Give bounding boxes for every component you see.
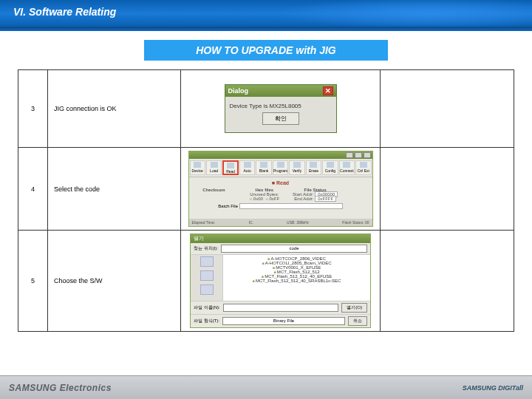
header-decoration bbox=[148, 0, 532, 27]
dialog-message: Device Type is MX25L8005 bbox=[230, 103, 332, 109]
footer-left: SAMSUNG Electronics bbox=[9, 383, 112, 393]
section-ribbon: HOW TO UPGRADE with JIG bbox=[144, 40, 388, 61]
tb-erase[interactable]: Erase bbox=[306, 160, 321, 175]
sidebar-recent-icon[interactable] bbox=[192, 256, 221, 267]
opt-0x00[interactable]: 0x00 bbox=[253, 197, 263, 201]
file-dialog-title: 열기 bbox=[191, 234, 370, 243]
step-note bbox=[381, 148, 514, 231]
step-desc: JIG connection is OK bbox=[48, 70, 181, 148]
toolbar: Device Load Read Auto Blank Program Veri… bbox=[189, 159, 372, 177]
read-tab-label: Read bbox=[276, 180, 289, 185]
file-list: A-HOTCOCP_2806_VIDEC A-HOTCOLI_2805_Bcam… bbox=[223, 255, 370, 301]
filetype-label: 파일 형식(T): bbox=[194, 318, 219, 324]
end-value: 0xFFFF bbox=[315, 196, 336, 202]
batch-label: Batch File bbox=[218, 204, 238, 208]
maximize-icon[interactable] bbox=[355, 152, 362, 158]
tb-load[interactable]: Load bbox=[206, 160, 222, 175]
opt-0xff[interactable]: 0xFF bbox=[269, 197, 279, 201]
batch-field[interactable] bbox=[239, 203, 343, 209]
table-row: 4 Select the code Device Load Read Auto … bbox=[18, 148, 514, 231]
step-number: 5 bbox=[18, 231, 48, 332]
checksum-label: Checksum bbox=[202, 188, 225, 192]
file-dialog-bottom: 파일 이름(N): 열기(O) bbox=[191, 301, 370, 314]
step-image: Device Load Read Auto Blank Program Veri… bbox=[181, 148, 381, 231]
filename-label: 파일 이름(N): bbox=[194, 304, 220, 311]
footer-right: SAMSUNG DIGITall bbox=[463, 384, 523, 392]
list-item[interactable]: MCT_Flash_512_512_40_SRASBL1x-SEC bbox=[225, 279, 369, 283]
dialog-body: Device Type is MX25L8005 확인 bbox=[225, 97, 336, 132]
step-number: 4 bbox=[18, 148, 48, 231]
stat-usb: USB: 398kHz bbox=[287, 220, 309, 225]
close-icon[interactable] bbox=[364, 152, 371, 158]
step-desc: Choose the S/W bbox=[48, 231, 181, 332]
close-icon[interactable]: ✕ bbox=[323, 86, 333, 95]
app-titlebar bbox=[189, 151, 372, 159]
tb-connect[interactable]: Connect bbox=[339, 160, 355, 175]
step-image: Dialog ✕ Device Type is MX25L8005 확인 bbox=[181, 70, 381, 148]
tb-program[interactable]: Program bbox=[273, 160, 288, 175]
step-image: 열기 찾는 위치(I): code A-HOTCOCP_2806_VIDEC bbox=[181, 231, 381, 332]
filetype-select[interactable]: Binary File bbox=[222, 317, 345, 325]
table-row: 5 Choose the S/W 열기 찾는 위치(I): code bbox=[18, 231, 514, 332]
stat-flash: Flash Status: 00 bbox=[342, 220, 369, 225]
slide-footer: SAMSUNG Electronics SAMSUNG DIGITall bbox=[0, 375, 532, 399]
dialog-title: Dialog bbox=[228, 87, 249, 95]
tb-read[interactable]: Read bbox=[222, 160, 239, 175]
slide-content: HOW TO UPGRADE with JIG 3 JIG connection… bbox=[0, 31, 532, 364]
tb-verify[interactable]: Verify bbox=[289, 160, 304, 175]
open-button[interactable]: 열기(O) bbox=[341, 303, 367, 313]
file-dialog-sidebar bbox=[191, 255, 223, 301]
statusbar: Elapsed Time: IC: USB: 398kHz Flash Stat… bbox=[189, 219, 372, 226]
read-panel: ■ Read Checksum Hex files Unused Bytes: … bbox=[189, 177, 372, 219]
tb-device[interactable]: Device bbox=[190, 160, 205, 175]
file-dialog-body: A-HOTCOCP_2806_VIDEC A-HOTCOLI_2805_Bcam… bbox=[191, 255, 370, 301]
app-window: Device Load Read Auto Blank Program Veri… bbox=[188, 151, 373, 227]
step-desc: Select the code bbox=[48, 148, 181, 231]
file-dialog-bottom2: 파일 형식(T): Binary File 취소 bbox=[191, 314, 370, 327]
steps-table: 3 JIG connection is OK Dialog ✕ Device T… bbox=[18, 69, 514, 332]
step-note bbox=[381, 231, 514, 332]
table-row: 3 JIG connection is OK Dialog ✕ Device T… bbox=[18, 70, 514, 148]
tb-ctrlext[interactable]: Ctrl Ext bbox=[355, 160, 371, 175]
ok-button[interactable]: 확인 bbox=[262, 112, 299, 125]
cancel-button[interactable]: 취소 bbox=[348, 316, 367, 326]
dialog-window: Dialog ✕ Device Type is MX25L8005 확인 bbox=[225, 84, 337, 133]
end-label: End Addr: bbox=[294, 197, 313, 201]
stat-ic: IC: bbox=[248, 220, 253, 225]
minimize-icon[interactable] bbox=[346, 152, 353, 158]
tb-config[interactable]: Config bbox=[322, 160, 338, 175]
filename-field[interactable] bbox=[223, 304, 339, 312]
tb-auto[interactable]: Auto bbox=[239, 160, 255, 175]
slide-header: VI. Software Relating bbox=[0, 0, 532, 27]
tb-blank[interactable]: Blank bbox=[256, 160, 271, 175]
sidebar-desktop-icon[interactable] bbox=[192, 270, 221, 281]
step-number: 3 bbox=[18, 70, 48, 148]
file-dialog: 열기 찾는 위치(I): code A-HOTCOCP_2806_VIDEC bbox=[190, 233, 371, 328]
file-dialog-locbar: 찾는 위치(I): code bbox=[191, 243, 370, 255]
dialog-titlebar: Dialog ✕ bbox=[225, 85, 336, 97]
step-note bbox=[381, 70, 514, 148]
stat-elapsed: Elapsed Time: bbox=[192, 220, 216, 225]
sidebar-docs-icon[interactable] bbox=[192, 284, 221, 295]
loc-label: 찾는 위치(I): bbox=[194, 245, 218, 252]
loc-select[interactable]: code bbox=[221, 245, 367, 253]
